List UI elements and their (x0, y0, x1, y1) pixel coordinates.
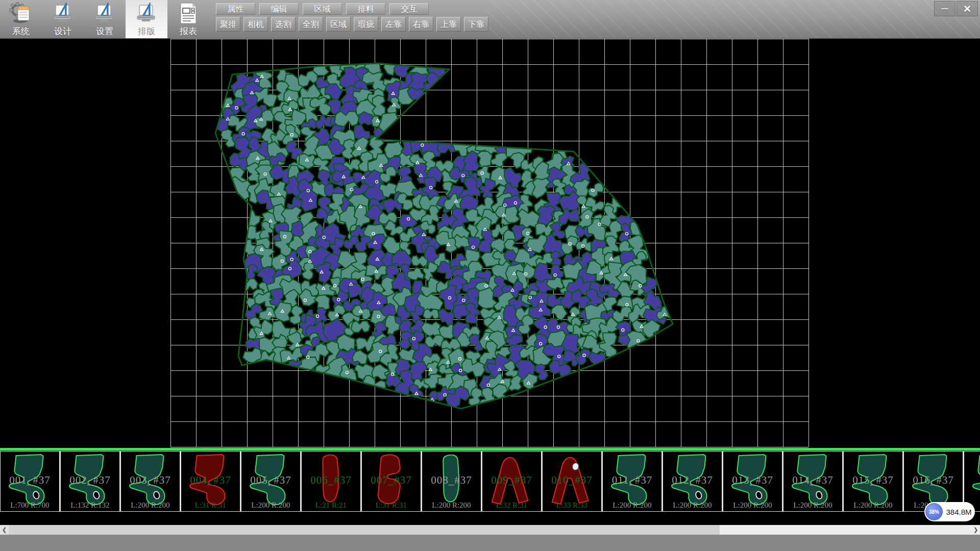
piece-count-label: L:200 R:200 (121, 501, 180, 510)
piece-count-label: L:21 R:21 (302, 501, 360, 510)
piece-thumbnail[interactable]: 012_#37L:200 R:200 (663, 451, 723, 512)
tab-edit[interactable]: 编辑 (259, 3, 299, 15)
piece-count-label: L:132 R:132 (61, 501, 119, 510)
piece-thumbnail[interactable]: 014_#37L:200 R:200 (783, 451, 843, 512)
action-button-snap-down[interactable]: 下靠 (464, 17, 488, 32)
piece-count-label: L:33 R:33 (543, 501, 601, 510)
toolbar-button-design[interactable]: 设计 (42, 0, 84, 38)
piece-id-label: 004_#37 (181, 474, 240, 487)
action-button-snap-right[interactable]: 右靠 (409, 17, 433, 32)
piece-thumbnail[interactable]: 015_#37L:200 R:200 (843, 451, 903, 512)
piece-thumbnail[interactable]: 004_#37L:31 R:31 (181, 451, 241, 512)
piece-id-label: 014_#37 (783, 474, 842, 487)
piece-thumbnail[interactable]: 009_#37L:32 R:31 (482, 451, 542, 512)
piece-id-label: 016_#37 (904, 474, 963, 487)
tab-region[interactable]: 区域 (303, 3, 342, 15)
action-button-row: 聚排相机选割全割区域瑕疵左靠右靠上靠下靠 (216, 17, 488, 32)
toolbar: 系统 设计 设置 排版 (0, 0, 980, 39)
piece-thumbnail[interactable]: 007_#37L:31 R:31 (361, 451, 422, 512)
scroll-left-icon[interactable]: ❮ (0, 525, 9, 535)
piece-count-label: L:31 R:31 (181, 501, 240, 510)
action-button-cut-all[interactable]: 全割 (299, 17, 323, 32)
piece-count-label: L:200 R:200 (422, 501, 481, 510)
laptop-ruler-icon (93, 2, 116, 24)
nesting-canvas[interactable] (0, 39, 980, 448)
piece-id-label: 010_#37 (543, 474, 601, 487)
action-button-cut-selected[interactable]: 选割 (271, 17, 296, 32)
piece-id-label: 0 (964, 474, 980, 487)
toolbar-button-system[interactable]: 系统 (0, 0, 42, 38)
toolbar-button-settings[interactable]: 设置 (84, 0, 126, 38)
tab-nesting[interactable]: 排料 (346, 3, 385, 15)
hide-nesting-view[interactable] (0, 39, 980, 448)
piece-thumbnail[interactable]: 013_#37L:200 R:200 (723, 451, 783, 512)
piece-thumbnail[interactable]: 003_#37L:200 R:200 (120, 451, 181, 512)
piece-count-label: L:200 R:200 (241, 501, 300, 510)
scroll-right-icon[interactable]: ❯ (971, 525, 980, 535)
action-button-area[interactable]: 区域 (326, 17, 351, 32)
piece-thumbnail[interactable]: 002_#37L:132 R:132 (60, 451, 120, 512)
piece-count-label: L:200 R:200 (663, 501, 722, 510)
window-controls: ─ ✕ (934, 1, 978, 16)
piece-id-label: 001_#37 (1, 474, 59, 487)
toolbar-button-label: 系统 (12, 26, 30, 37)
toolbar-button-label: 设计 (54, 26, 71, 37)
piece-id-label: 008_#37 (422, 474, 481, 487)
piece-id-label: 007_#37 (362, 474, 421, 487)
piece-count-label: L:200 R:200 (723, 501, 782, 510)
action-button-snap-left[interactable]: 左靠 (381, 17, 406, 32)
horizontal-scrollbar[interactable]: ❮ ❯ (0, 525, 980, 535)
piece-id-label: 015_#37 (844, 474, 902, 487)
toolbar-button-layout[interactable]: 排版 (126, 0, 167, 38)
piece-count-label: L:700 R:700 (1, 501, 59, 510)
action-button-cluster-nest[interactable]: 聚排 (216, 17, 240, 32)
piece-id-label: 002_#37 (61, 474, 119, 487)
piece-thumbnail-strip: 001_#37L:700 R:700002_#37L:132 R:132003_… (0, 450, 980, 513)
toolbar-hatch-texture (485, 0, 980, 38)
toolbar-button-label: 排版 (138, 26, 155, 37)
piece-thumbnail[interactable]: 005_#37L:200 R:200 (241, 451, 301, 512)
piece-thumbnail[interactable]: 011_#37L:200 R:200 (602, 451, 663, 512)
tab-interactive[interactable]: 交互 (389, 3, 429, 15)
piece-count-label: L:200 R:200 (603, 501, 662, 510)
action-button-defect[interactable]: 瑕疵 (354, 17, 378, 32)
laptop-ruler-icon (135, 2, 158, 24)
piece-id-label: 013_#37 (723, 474, 782, 487)
piece-count-label: L:200 R:200 (783, 501, 842, 510)
progress-circle: 38% (925, 503, 943, 520)
piece-id-label: 006_#37 (302, 474, 360, 487)
report-doc-icon (177, 2, 200, 24)
progress-badge[interactable]: 38% 384.8M (924, 502, 975, 521)
piece-id-label: 005_#37 (241, 474, 300, 487)
piece-thumbnail[interactable]: 008_#37L:200 R:200 (422, 451, 482, 512)
toolbar-button-label: 设置 (96, 26, 113, 37)
piece-id-label: 009_#37 (482, 474, 541, 487)
minimize-button[interactable]: ─ (934, 1, 955, 16)
action-button-camera[interactable]: 相机 (243, 17, 268, 32)
action-button-snap-up[interactable]: 上靠 (436, 17, 461, 32)
close-button[interactable]: ✕ (957, 1, 978, 16)
nesting-app-window: 系统 设计 设置 排版 (0, 0, 980, 551)
laptop-ruler-icon (51, 2, 75, 24)
piece-thumbnail[interactable]: 006_#37L:21 R:21 (301, 451, 361, 512)
piece-thumbnail[interactable]: 001_#37L:700 R:700 (0, 451, 60, 512)
bottom-status-bar (0, 535, 980, 551)
piece-thumbnail[interactable]: 010_#37L:33 R:33 (542, 451, 602, 512)
main-toolbar-buttons: 系统 设计 设置 排版 (0, 0, 209, 38)
toolbar-button-label: 报表 (180, 26, 197, 37)
piece-id-label: 011_#37 (603, 474, 662, 487)
memory-value: 384.8M (943, 508, 975, 516)
piece-count-label: L:32 R:31 (482, 501, 541, 510)
piece-count-label: L:31 R:31 (362, 501, 421, 510)
scrollbar-thumb[interactable] (9, 525, 720, 535)
piece-id-label: 012_#37 (663, 474, 722, 487)
nested-pieces (211, 53, 674, 416)
piece-id-label: 003_#37 (121, 474, 180, 487)
tab-properties[interactable]: 属性 (216, 3, 255, 15)
gear-notepad-icon (9, 2, 33, 24)
piece-count-label: L:200 R:200 (844, 501, 902, 510)
toolbar-button-report[interactable]: 报表 (167, 0, 209, 38)
menu-tab-row: 属性编辑区域排料交互 (216, 3, 429, 15)
